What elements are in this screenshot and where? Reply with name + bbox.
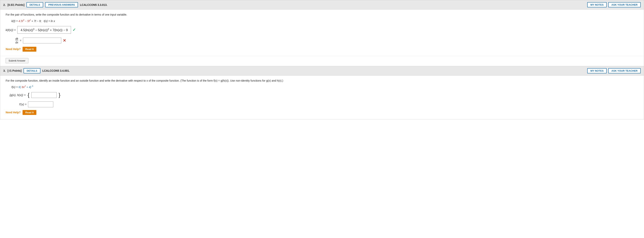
read-it-button-3[interactable]: Read It — [22, 110, 36, 115]
kt-label: k(t) = — [12, 20, 18, 23]
previous-answers-button-2[interactable]: PREVIOUS ANSWERS — [45, 2, 78, 8]
need-help-label-3: Need Help? — [6, 111, 20, 114]
composite-function-row: k(t(x)) = 4.5(ln(x))3 − 5(ln(x))2 + 7(ln… — [6, 26, 638, 34]
details-button-2[interactable]: DETAILS — [26, 2, 43, 8]
fx-inner-red: 8x2 — [22, 85, 26, 89]
question-2-points: [0.5/1 Points] — [8, 3, 24, 7]
derivative-xmark: ✕ — [63, 38, 66, 43]
fx-exp-blue: 5 — [32, 85, 33, 89]
fx-end-blue: + 4) — [26, 85, 31, 89]
submit-button-2[interactable]: Submit Answer — [6, 58, 28, 63]
set-function-row: {g(x), h(x)} = { } — [6, 92, 638, 98]
question-3-points: [-/1 Points] — [8, 69, 22, 72]
fprime-label: f′(x) = — [19, 103, 26, 106]
set-input[interactable] — [31, 92, 56, 98]
set-label: {g(x), h(x)} = — [10, 93, 26, 97]
question-3-block: 3. [-/1 Points] DETAILS LCALCCON5 3.4.00… — [0, 66, 644, 120]
question-2-header-left: 2. [0.5/1 Points] DETAILS PREVIOUS ANSWE… — [3, 2, 107, 8]
read-it-button-2[interactable]: Read It — [22, 47, 36, 52]
question-3-header: 3. [-/1 Points] DETAILS LCALCCON5 3.4.00… — [0, 66, 644, 76]
composite-checkmark: ✓ — [72, 28, 76, 32]
question-2-body: For the pair of functions, write the com… — [0, 10, 644, 56]
question-3-header-right: MY NOTES ASK YOUR TEACHER — [587, 68, 641, 73]
derivative-input[interactable] — [23, 38, 61, 43]
derivative-equals: = — [20, 39, 22, 42]
need-help-row-2: Need Help? Read It — [6, 47, 638, 52]
composite-math: 4.5(ln(x))3 − 5(ln(x))2 + 7(ln(x)) − 9 — [20, 29, 68, 32]
ask-teacher-button-2[interactable]: ASK YOUR TEACHER — [608, 2, 641, 8]
question-2-number: 2. — [3, 3, 6, 7]
fprime-row: f′(x) = — [6, 101, 638, 107]
my-notes-button-3[interactable]: MY NOTES — [587, 68, 607, 73]
function-def-3: f(x) = 6( 8x2 + 4) 5 — [6, 85, 638, 89]
derivative-fraction: dk dx — [15, 37, 18, 44]
kt-red-part: 4.5t3 − 5t2 — [18, 20, 31, 23]
open-brace: { — [28, 92, 29, 98]
composite-value-box: 4.5(ln(x))3 − 5(ln(x))2 + 7(ln(x)) − 9 — [17, 26, 71, 34]
fprime-input[interactable] — [28, 101, 53, 107]
composite-label: k(t(x)) = — [6, 28, 16, 32]
tx-label: t(x) = ln x — [44, 20, 55, 23]
fx-coeff-blue: 6( — [18, 85, 21, 89]
question-3-code: LCALCCON5 3.4.001. — [42, 69, 70, 72]
question-3-problem-text: For the composite function, identify an … — [6, 79, 638, 82]
question-2-header-right: MY NOTES ASK YOUR TEACHER — [587, 2, 641, 8]
function-def-2: k(t) = 4.5t3 − 5t2 + 7t − 9; t(x) = ln x — [6, 19, 638, 23]
fx-label: f(x) = — [12, 85, 18, 89]
question-2-code: LCALCCON5 3.3.013. — [80, 3, 107, 7]
details-button-3[interactable]: DETAILS — [24, 68, 40, 73]
need-help-label-2: Need Help? — [6, 48, 20, 51]
my-notes-button-2[interactable]: MY NOTES — [587, 2, 607, 8]
ask-teacher-button-3[interactable]: ASK YOUR TEACHER — [608, 68, 641, 73]
kt-black-part: + 7t − 9; — [32, 20, 43, 23]
derivative-row: dk dx = ✕ — [6, 37, 638, 44]
submit-row-2: Submit Answer — [0, 56, 644, 66]
question-3-number: 3. — [3, 69, 6, 72]
question-2-problem-text: For the pair of functions, write the com… — [6, 13, 638, 16]
question-2-block: 2. [0.5/1 Points] DETAILS PREVIOUS ANSWE… — [0, 0, 644, 66]
derivative-denominator: dx — [15, 41, 18, 44]
derivative-numerator: dk — [15, 37, 18, 41]
question-2-header: 2. [0.5/1 Points] DETAILS PREVIOUS ANSWE… — [0, 0, 644, 10]
question-3-header-left: 3. [-/1 Points] DETAILS LCALCCON5 3.4.00… — [3, 68, 70, 73]
close-brace: } — [58, 92, 60, 98]
need-help-row-3: Need Help? Read It — [6, 110, 638, 115]
question-3-body: For the composite function, identify an … — [0, 76, 644, 119]
